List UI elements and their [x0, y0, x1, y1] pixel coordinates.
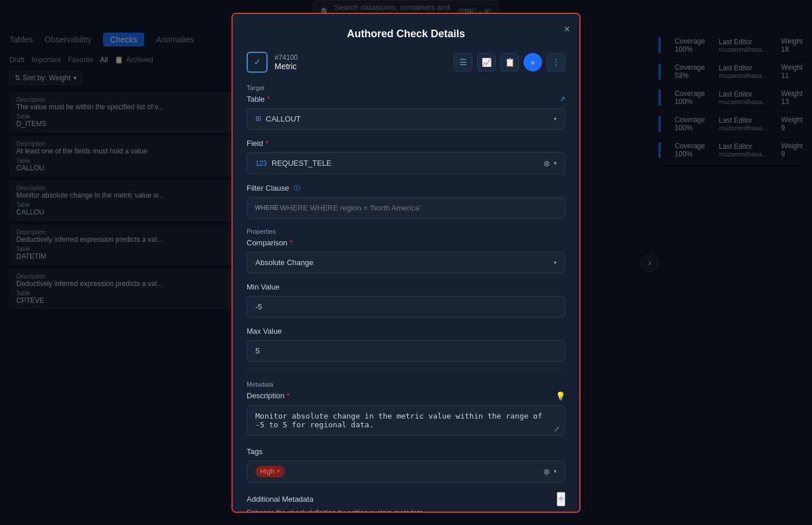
comparison-chevron-icon: ▾ [554, 259, 557, 266]
additional-metadata-section: Additional Metadata + [247, 492, 565, 506]
description-action-button[interactable]: ☰ [454, 53, 472, 72]
tags-field-group: Tags High × ⊗ ▾ [247, 447, 565, 483]
high-tag-label: High [260, 467, 275, 476]
description-label-row: Description * 💡 [247, 391, 565, 401]
filter-clause-input[interactable] [247, 197, 565, 219]
table-external-link[interactable]: ↗ [560, 95, 565, 103]
comparison-field-group: Comparison * Absolute Change ▾ [247, 238, 565, 273]
description-field-label: Description * [247, 391, 290, 400]
max-value-group: Max Value [247, 327, 565, 362]
properties-section-label: Properties [247, 228, 565, 235]
min-value-label: Min Value [247, 283, 565, 291]
filter-clause-info-icon: ⓘ [294, 184, 300, 192]
max-value-input[interactable] [247, 340, 565, 362]
check-id: #74100 [275, 53, 298, 62]
table-select[interactable]: ⊞ CALLOUT ▾ [247, 108, 565, 130]
metadata-section-label: Metadata [247, 381, 565, 388]
field-required-marker: * [265, 139, 268, 148]
filter-prefix: WHERE [255, 204, 279, 211]
description-field-group: Description * 💡 Monitor absolute change … [247, 391, 565, 438]
field-actions: ⊗ ▾ [543, 159, 557, 168]
comparison-select[interactable]: Absolute Change ▾ [247, 252, 565, 273]
min-value-input[interactable] [247, 296, 565, 317]
field-type-icon: 123 [255, 159, 267, 167]
header-actions: ☰ 📈 📋 ● ⋮ [454, 53, 565, 72]
additional-meta-label: Additional Metadata [247, 495, 314, 503]
field-select-left: 123 REQUEST_TELE [255, 159, 332, 167]
table-field-group: Table * ↗ ⊞ CALLOUT ▾ [247, 95, 565, 130]
high-tag: High × [255, 466, 285, 477]
tags-field-label: Tags [247, 447, 565, 456]
comparison-required-marker: * [290, 238, 293, 247]
check-name: Metric [275, 62, 298, 71]
max-value-label: Max Value [247, 327, 565, 335]
field-field-group: Field * 123 REQUEST_TELE ⊗ ▾ [247, 139, 565, 174]
modal-close-button[interactable]: × [564, 23, 570, 35]
field-select[interactable]: 123 REQUEST_TELE ⊗ ▾ [247, 152, 565, 174]
more-options-button[interactable]: ⋮ [547, 53, 565, 72]
additional-meta-description: Enhance the check definition by setting … [247, 509, 565, 513]
modal-overlay: × Authored Check Details ✓ #74100 Metric… [0, 0, 812, 525]
comparison-field-label: Comparison * [247, 238, 565, 247]
table-field-label: Table * ↗ [247, 95, 565, 103]
bulb-icon: 💡 [555, 391, 565, 401]
description-required-marker: * [287, 391, 290, 400]
filter-clause-label: Filter Clause ⓘ [247, 184, 565, 192]
table-chevron-icon: ▾ [554, 116, 557, 122]
chart-action-button[interactable]: 📈 [477, 53, 496, 72]
description-expand-icon[interactable]: ⤢ [554, 425, 560, 433]
check-type-icon: ✓ [247, 52, 268, 73]
field-value: REQUEST_TELE [272, 159, 332, 167]
modal-title: Authored Check Details [247, 28, 565, 40]
target-section-label: Target [247, 84, 565, 91]
tag-actions: ⊗ ▾ [543, 467, 557, 476]
min-value-group: Min Value [247, 283, 565, 317]
table-required-marker: * [267, 95, 270, 103]
calendar-action-button[interactable]: 📋 [500, 53, 519, 72]
tags-chevron-icon: ▾ [554, 468, 557, 474]
check-identity: #74100 Metric [275, 53, 298, 71]
status-dot-button[interactable]: ● [523, 53, 542, 72]
check-header: ✓ #74100 Metric ☰ 📈 📋 ● ⋮ [247, 52, 565, 73]
field-clear-button[interactable]: ⊗ [543, 159, 550, 168]
high-tag-remove[interactable]: × [277, 468, 280, 474]
field-field-label: Field * [247, 139, 565, 148]
table-value: CALLOUT [266, 115, 301, 123]
field-chevron-icon: ▾ [554, 160, 557, 166]
check-id-block: ✓ #74100 Metric [247, 52, 298, 73]
filter-clause-group: Filter Clause ⓘ WHERE [247, 184, 565, 219]
comparison-value: Absolute Change [255, 258, 314, 267]
table-icon: ⊞ [255, 115, 261, 123]
add-metadata-button[interactable]: + [557, 492, 565, 506]
filter-clause-wrap: WHERE [247, 197, 565, 219]
divider [247, 371, 565, 372]
description-textarea[interactable]: Monitor absolute change in the metric va… [247, 405, 565, 435]
table-select-left: ⊞ CALLOUT [255, 115, 301, 123]
tags-clear-button[interactable]: ⊗ [543, 467, 550, 476]
description-field-wrap: Monitor absolute change in the metric va… [247, 405, 565, 438]
authored-check-modal: × Authored Check Details ✓ #74100 Metric… [232, 13, 580, 513]
tags-input[interactable]: High × ⊗ ▾ [247, 460, 565, 483]
